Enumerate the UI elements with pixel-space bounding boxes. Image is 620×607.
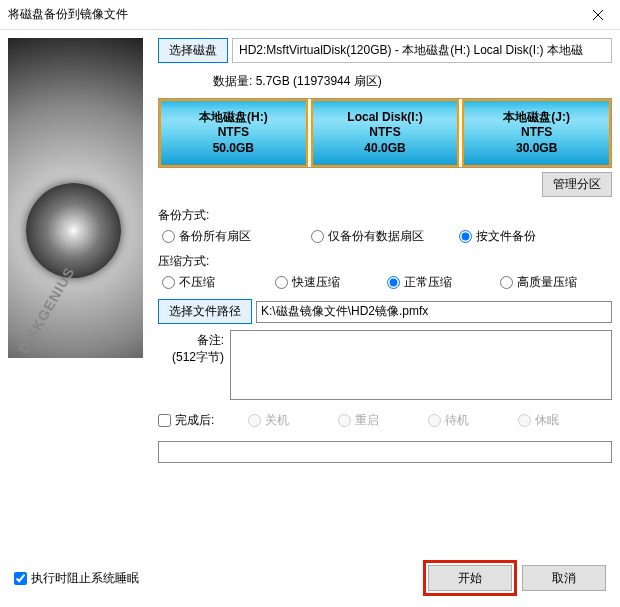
partition-size: 50.0GB [213, 141, 254, 157]
data-amount: 数据量: 5.7GB (11973944 扇区) [158, 69, 612, 98]
compress-mode-label: 压缩方式: [158, 253, 612, 270]
disk-description: HD2:MsftVirtualDisk(120GB) - 本地磁盘(H:) Lo… [232, 38, 612, 63]
path-input[interactable] [256, 301, 612, 323]
radio-normal-compress[interactable] [387, 276, 400, 289]
radio-hq-compress[interactable] [500, 276, 513, 289]
remark-label: 备注: (512字节) [158, 330, 230, 366]
radio-restart [338, 414, 351, 427]
compress-mode-option[interactable]: 快速压缩 [275, 274, 388, 291]
partition-map: 本地磁盘(H:) NTFS 50.0GB Local Disk(I:) NTFS… [158, 98, 612, 168]
radio-standby [428, 414, 441, 427]
radio-all-sectors[interactable] [162, 230, 175, 243]
compress-mode-option[interactable]: 高质量压缩 [500, 274, 613, 291]
progress-bar [158, 441, 612, 463]
partition-name: 本地磁盘(J:) [503, 110, 570, 126]
after-done-option: 休眠 [518, 412, 608, 429]
after-done-row: 完成后: 关机 重启 待机 休眠 [158, 412, 612, 429]
radio-fast-compress[interactable] [275, 276, 288, 289]
prevent-sleep-label[interactable]: 执行时阻止系统睡眠 [14, 570, 139, 587]
data-amount-label: 数据量: [213, 74, 252, 88]
partition-fs: NTFS [218, 125, 249, 141]
partition-fs: NTFS [369, 125, 400, 141]
after-done-checkbox-label[interactable]: 完成后: [158, 412, 248, 429]
partition-name: 本地磁盘(H:) [199, 110, 268, 126]
radio-hibernate [518, 414, 531, 427]
radio-data-sectors[interactable] [311, 230, 324, 243]
backup-mode-group: 备份所有扇区 仅备份有数据扇区 按文件备份 [158, 228, 612, 245]
cancel-button[interactable]: 取消 [522, 565, 606, 591]
select-disk-button[interactable]: 选择磁盘 [158, 38, 228, 63]
titlebar: 将磁盘备份到镜像文件 [0, 0, 620, 30]
manage-partitions-button[interactable]: 管理分区 [542, 172, 612, 197]
backup-mode-label: 备份方式: [158, 207, 612, 224]
partition-size: 40.0GB [364, 141, 405, 157]
remark-textarea[interactable] [230, 330, 612, 400]
partition-name: Local Disk(I:) [347, 110, 422, 126]
partition-block[interactable]: Local Disk(I:) NTFS 40.0GB [311, 99, 460, 167]
start-button[interactable]: 开始 [428, 565, 512, 591]
close-button[interactable] [575, 0, 620, 30]
window-title: 将磁盘备份到镜像文件 [8, 6, 128, 23]
compress-mode-group: 不压缩 快速压缩 正常压缩 高质量压缩 [158, 274, 612, 291]
partition-block[interactable]: 本地磁盘(J:) NTFS 30.0GB [462, 99, 611, 167]
data-amount-value: 5.7GB (11973944 扇区) [256, 74, 382, 88]
bottom-bar: 执行时阻止系统睡眠 开始 取消 [0, 553, 620, 607]
after-done-option: 关机 [248, 412, 338, 429]
backup-mode-option[interactable]: 仅备份有数据扇区 [311, 228, 460, 245]
compress-mode-option[interactable]: 不压缩 [162, 274, 275, 291]
prevent-sleep-checkbox[interactable] [14, 572, 27, 585]
backup-mode-option[interactable]: 备份所有扇区 [162, 228, 311, 245]
after-done-checkbox[interactable] [158, 414, 171, 427]
radio-no-compress[interactable] [162, 276, 175, 289]
select-path-button[interactable]: 选择文件路径 [158, 299, 252, 324]
compress-mode-option[interactable]: 正常压缩 [387, 274, 500, 291]
close-icon [593, 10, 603, 20]
partition-fs: NTFS [521, 125, 552, 141]
partition-size: 30.0GB [516, 141, 557, 157]
brand-image [8, 38, 143, 358]
after-done-option: 待机 [428, 412, 518, 429]
radio-shutdown [248, 414, 261, 427]
backup-mode-option[interactable]: 按文件备份 [459, 228, 608, 245]
after-done-option: 重启 [338, 412, 428, 429]
partition-block[interactable]: 本地磁盘(H:) NTFS 50.0GB [159, 99, 308, 167]
radio-by-file[interactable] [459, 230, 472, 243]
progress-wrap [158, 441, 612, 463]
